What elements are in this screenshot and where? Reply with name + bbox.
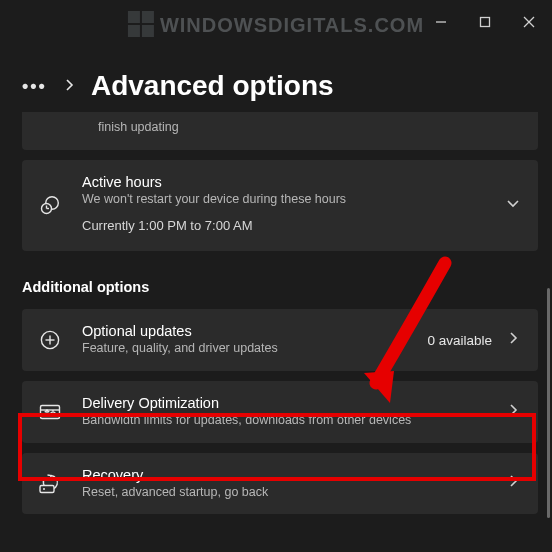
svg-rect-15 <box>40 486 54 493</box>
plus-circle-icon <box>36 326 64 354</box>
svg-rect-1 <box>481 18 490 27</box>
minimize-icon <box>435 16 447 28</box>
recovery-card[interactable]: Recovery Reset, advanced startup, go bac… <box>22 453 538 515</box>
chevron-right-icon <box>506 474 520 492</box>
page-title: Advanced options <box>91 70 334 102</box>
watermark-text: WINDOWSDIGITALS.COM <box>128 6 424 37</box>
cutoff-card-sub: finish updating <box>98 119 520 136</box>
breadcrumb: ••• Advanced options <box>22 70 334 102</box>
scrollbar-thumb[interactable] <box>547 288 550 518</box>
delivery-optimization-subtitle: Bandwidth limits for updates, downloads … <box>82 412 520 429</box>
content-area: finish updating Active hours We won't re… <box>22 112 538 552</box>
maximize-button[interactable] <box>476 13 494 31</box>
chevron-right-icon <box>506 331 520 349</box>
active-hours-subtitle: We won't restart your device during thes… <box>82 191 520 208</box>
svg-point-16 <box>43 488 45 490</box>
active-hours-icon <box>36 191 64 219</box>
watermark-label: WINDOWSDIGITALS.COM <box>160 14 424 36</box>
window-controls <box>432 0 552 44</box>
chevron-right-icon <box>506 403 520 421</box>
close-icon <box>523 16 535 28</box>
chevron-down-icon <box>506 196 520 214</box>
settings-window: WINDOWSDIGITALS.COM ••• Advanced options… <box>0 0 552 552</box>
optional-updates-card[interactable]: Optional updates Feature, quality, and d… <box>22 309 538 371</box>
close-button[interactable] <box>520 13 538 31</box>
additional-options-header: Additional options <box>22 279 538 295</box>
chevron-right-icon <box>63 77 75 95</box>
cutoff-card[interactable]: finish updating <box>22 112 538 150</box>
active-hours-title: Active hours <box>82 174 520 190</box>
windows-logo-icon <box>128 11 154 37</box>
active-hours-card[interactable]: Active hours We won't restart your devic… <box>22 160 538 251</box>
active-hours-current: Currently 1:00 PM to 7:00 AM <box>82 218 520 233</box>
minimize-button[interactable] <box>432 13 450 31</box>
recovery-subtitle: Reset, advanced startup, go back <box>82 484 520 501</box>
maximize-icon <box>479 16 491 28</box>
delivery-optimization-icon <box>36 398 64 426</box>
optional-updates-count: 0 available <box>427 332 492 347</box>
breadcrumb-more-icon[interactable]: ••• <box>22 76 47 97</box>
recovery-title: Recovery <box>82 467 520 483</box>
delivery-optimization-card[interactable]: Delivery Optimization Bandwidth limits f… <box>22 381 538 443</box>
recovery-icon <box>36 469 64 497</box>
svg-rect-11 <box>41 405 60 418</box>
delivery-optimization-title: Delivery Optimization <box>82 395 520 411</box>
